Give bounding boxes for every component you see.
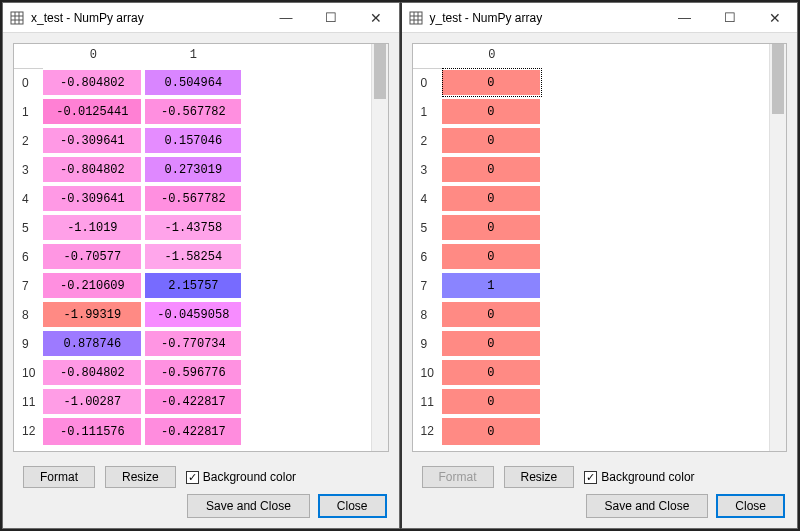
checkbox-box[interactable]: ✓ bbox=[186, 471, 199, 484]
cell[interactable]: 0 bbox=[442, 126, 542, 155]
maximize-button[interactable]: ☐ bbox=[707, 3, 752, 32]
row-header[interactable]: 2 bbox=[413, 126, 442, 155]
row-header[interactable]: 12 bbox=[14, 416, 43, 445]
cell[interactable]: 0 bbox=[442, 329, 542, 358]
table-row: 5-1.1019-1.43758 bbox=[14, 213, 243, 242]
cell[interactable]: -0.210609 bbox=[43, 271, 143, 300]
cell[interactable]: -1.43758 bbox=[143, 213, 243, 242]
window-x: x_test - NumPy array—☐✕010-0.8048020.504… bbox=[2, 2, 400, 529]
table-row: 50 bbox=[413, 213, 542, 242]
row-header[interactable]: 3 bbox=[14, 155, 43, 184]
cell[interactable]: 0 bbox=[442, 416, 542, 445]
row-header[interactable]: 11 bbox=[14, 387, 43, 416]
cell[interactable]: -0.0459058 bbox=[143, 300, 243, 329]
cell[interactable]: -1.00287 bbox=[43, 387, 143, 416]
close-button[interactable]: Close bbox=[318, 494, 387, 518]
array-grid[interactable]: 000102030405060718090100110120 bbox=[412, 43, 788, 452]
cell[interactable]: -1.58254 bbox=[143, 242, 243, 271]
row-header[interactable]: 4 bbox=[413, 184, 442, 213]
cell[interactable]: 0 bbox=[442, 155, 542, 184]
close-window-button[interactable]: ✕ bbox=[752, 3, 797, 32]
svg-rect-5 bbox=[410, 12, 422, 24]
cell[interactable]: 0 bbox=[442, 213, 542, 242]
cell[interactable]: 0 bbox=[442, 300, 542, 329]
cell[interactable]: -0.309641 bbox=[43, 184, 143, 213]
cell[interactable]: 0 bbox=[442, 184, 542, 213]
row-header[interactable]: 1 bbox=[413, 97, 442, 126]
cell[interactable]: 0.273019 bbox=[143, 155, 243, 184]
cell[interactable]: -0.804802 bbox=[43, 68, 143, 97]
row-header[interactable]: 5 bbox=[14, 213, 43, 242]
cell[interactable]: -0.567782 bbox=[143, 97, 243, 126]
cell[interactable]: -1.99319 bbox=[43, 300, 143, 329]
scrollbar-thumb[interactable] bbox=[374, 44, 386, 99]
row-header[interactable]: 8 bbox=[14, 300, 43, 329]
column-header[interactable]: 1 bbox=[143, 44, 243, 68]
array-grid[interactable]: 010-0.8048020.5049641-0.0125441-0.567782… bbox=[13, 43, 389, 452]
column-header[interactable]: 0 bbox=[442, 44, 542, 68]
row-header[interactable]: 10 bbox=[413, 358, 442, 387]
row-header[interactable]: 12 bbox=[413, 416, 442, 445]
row-header[interactable]: 0 bbox=[14, 68, 43, 97]
vertical-scrollbar[interactable] bbox=[769, 44, 786, 451]
cell[interactable]: 0 bbox=[442, 358, 542, 387]
format-button: Format bbox=[422, 466, 494, 488]
resize-button[interactable]: Resize bbox=[105, 466, 176, 488]
background-color-checkbox[interactable]: ✓Background color bbox=[584, 470, 694, 484]
cell[interactable]: -0.770734 bbox=[143, 329, 243, 358]
cell[interactable]: 1 bbox=[442, 271, 542, 300]
close-button[interactable]: Close bbox=[716, 494, 785, 518]
checkbox-box[interactable]: ✓ bbox=[584, 471, 597, 484]
minimize-button[interactable]: — bbox=[264, 3, 309, 32]
cell[interactable]: 0.878746 bbox=[43, 329, 143, 358]
cell[interactable]: -0.422817 bbox=[143, 416, 243, 445]
row-header[interactable]: 11 bbox=[413, 387, 442, 416]
cell[interactable]: -0.0125441 bbox=[43, 97, 143, 126]
vertical-scrollbar[interactable] bbox=[371, 44, 388, 451]
minimize-button[interactable]: — bbox=[662, 3, 707, 32]
row-header[interactable]: 5 bbox=[413, 213, 442, 242]
row-header[interactable]: 7 bbox=[413, 271, 442, 300]
row-header[interactable]: 8 bbox=[413, 300, 442, 329]
row-header[interactable]: 3 bbox=[413, 155, 442, 184]
cell[interactable]: 0 bbox=[442, 97, 542, 126]
table-row: 71 bbox=[413, 271, 542, 300]
background-color-checkbox[interactable]: ✓Background color bbox=[186, 470, 296, 484]
cell[interactable]: -0.567782 bbox=[143, 184, 243, 213]
titlebar[interactable]: y_test - NumPy array—☐✕ bbox=[402, 3, 798, 33]
row-header[interactable]: 9 bbox=[413, 329, 442, 358]
cell[interactable]: 0 bbox=[442, 68, 542, 97]
row-header[interactable]: 4 bbox=[14, 184, 43, 213]
row-header[interactable]: 9 bbox=[14, 329, 43, 358]
cell[interactable]: -0.111576 bbox=[43, 416, 143, 445]
cell[interactable]: -0.596776 bbox=[143, 358, 243, 387]
row-header[interactable]: 2 bbox=[14, 126, 43, 155]
cell[interactable]: -0.804802 bbox=[43, 155, 143, 184]
cell[interactable]: 0 bbox=[442, 242, 542, 271]
titlebar[interactable]: x_test - NumPy array—☐✕ bbox=[3, 3, 399, 33]
row-header[interactable]: 6 bbox=[14, 242, 43, 271]
row-header[interactable]: 7 bbox=[14, 271, 43, 300]
table-row: 11-1.00287-0.422817 bbox=[14, 387, 243, 416]
row-header[interactable]: 10 bbox=[14, 358, 43, 387]
save-and-close-button[interactable]: Save and Close bbox=[187, 494, 310, 518]
cell[interactable]: 0 bbox=[442, 387, 542, 416]
close-window-button[interactable]: ✕ bbox=[354, 3, 399, 32]
cell[interactable]: -0.70577 bbox=[43, 242, 143, 271]
cell[interactable]: -1.1019 bbox=[43, 213, 143, 242]
cell[interactable]: -0.309641 bbox=[43, 126, 143, 155]
row-header[interactable]: 1 bbox=[14, 97, 43, 126]
cell[interactable]: 0.157046 bbox=[143, 126, 243, 155]
format-button[interactable]: Format bbox=[23, 466, 95, 488]
row-header[interactable]: 6 bbox=[413, 242, 442, 271]
cell[interactable]: -0.804802 bbox=[43, 358, 143, 387]
column-header[interactable]: 0 bbox=[43, 44, 143, 68]
scrollbar-thumb[interactable] bbox=[772, 44, 784, 114]
maximize-button[interactable]: ☐ bbox=[309, 3, 354, 32]
cell[interactable]: 2.15757 bbox=[143, 271, 243, 300]
row-header[interactable]: 0 bbox=[413, 68, 442, 97]
cell[interactable]: 0.504964 bbox=[143, 68, 243, 97]
cell[interactable]: -0.422817 bbox=[143, 387, 243, 416]
save-and-close-button[interactable]: Save and Close bbox=[586, 494, 709, 518]
resize-button[interactable]: Resize bbox=[504, 466, 575, 488]
